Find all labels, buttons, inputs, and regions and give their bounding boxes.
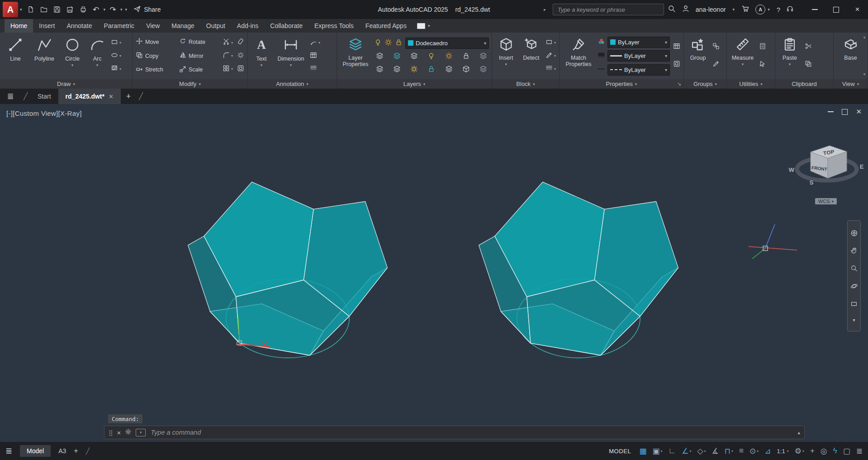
panel-view-footer[interactable]: View▾ [834,79,868,89]
block-attributes-button[interactable]: ▾ [544,64,557,73]
viewport-restore-icon[interactable] [842,109,848,115]
pan-icon[interactable] [850,247,858,256]
create-block-button[interactable]: ▾ [544,38,557,47]
transparency-button[interactable] [672,60,682,69]
layer-tool-icon[interactable] [393,52,401,62]
user-menu-caret-icon[interactable]: ▾ [733,7,735,12]
recent-commands-icon[interactable]: ▾ [136,429,146,436]
insert-button[interactable]: Insert ▾ [494,34,518,78]
layer-tool-icon[interactable] [427,52,435,62]
support-icon[interactable] [786,5,794,14]
new-drawing-icon[interactable] [25,4,37,16]
ungroup-button[interactable] [711,43,721,52]
layer-dropdown[interactable]: Dodecaedro ▾ [405,38,489,49]
search-input[interactable] [557,6,660,14]
quick-select-button[interactable] [758,60,768,69]
undo-caret-icon[interactable]: ▾ [104,7,106,12]
search-icon[interactable] [668,5,676,14]
layer-tool-icon[interactable] [479,65,487,75]
panel-block-footer[interactable]: Block▾ [492,79,559,89]
layer-tool-icon[interactable] [462,65,470,75]
base-button[interactable]: Base [838,34,863,78]
trim-button[interactable]: ▾ [221,38,234,47]
wcs-button[interactable]: WCS▾ [815,198,837,204]
lineweight-dropdown[interactable]: ByLayer▾ [607,50,670,62]
measure-button[interactable]: Measure ▾ [729,34,757,78]
qat-customize-caret-icon[interactable]: ▾ [125,7,128,12]
layer-tool-icon[interactable] [445,65,453,75]
layer-properties-button[interactable]: Layer Properties [339,34,372,78]
ellipse-button[interactable]: ▾ [109,52,123,61]
line-button[interactable]: Line [2,34,29,78]
tab-manage[interactable]: Manage [166,19,200,33]
fillet-button[interactable]: ▾ [221,52,234,61]
navbar-menu-caret-icon[interactable]: ▾ [853,318,855,322]
layer-freeze-icon[interactable] [384,38,392,48]
command-drag-handle-icon[interactable]: ⣿ [109,429,113,436]
tab-annotate[interactable]: Annotate [61,19,98,33]
tab-output[interactable]: Output [200,19,231,33]
properties-launcher-icon[interactable]: ↘ [677,81,681,87]
layer-tool-icon[interactable] [410,65,418,75]
tab-collaborate[interactable]: Collaborate [264,19,308,33]
tab-parametric[interactable]: Parametric [98,19,140,33]
explode-button[interactable] [236,52,246,61]
viewport-close-icon[interactable]: ✕ [856,108,862,116]
command-close-icon[interactable]: × [117,429,121,436]
performance-toggle[interactable]: ϟ [833,446,837,455]
offset-button[interactable] [236,65,246,74]
new-tab-button[interactable]: + [121,89,136,104]
layout-menu-icon[interactable]: ≣ [5,446,12,456]
tab-view[interactable]: View [140,19,166,33]
match-properties-button[interactable]: Match Properties [561,34,596,78]
panel-clipboard-footer[interactable]: Clipboard [775,79,833,89]
osnap-3d-toggle[interactable]: ⊙▾ [749,446,759,456]
move-button[interactable]: Move [134,36,176,48]
model-tab[interactable]: Model [20,445,51,457]
ribbon-scroll-icons[interactable]: ▾▾ [862,33,867,79]
detect-button[interactable]: Detect [519,34,543,78]
file-tabs-menu-icon[interactable]: ≣ [0,89,21,104]
full-navigation-wheel-icon[interactable] [850,229,858,239]
maximize-button[interactable] [825,0,847,19]
panel-utilities-footer[interactable]: Utilities▾ [727,79,775,89]
redo-icon[interactable]: ↷ [107,5,119,14]
drawing-canvas[interactable]: W S E TOP FRONT [0,104,868,442]
layer-tool-icon[interactable] [410,52,418,62]
text-button[interactable]: A Text ▾ [250,34,273,78]
viewcube-south-label[interactable]: S [810,179,814,186]
tab-express-tools[interactable]: Express Tools [308,19,360,33]
panel-draw-footer[interactable]: Draw▾ [0,79,132,89]
layer-tool-icon[interactable] [479,52,487,62]
model-space-button[interactable]: MODEL [609,448,631,455]
customize-toggle[interactable]: ≣ [856,446,863,456]
isolate-toggle[interactable]: ◎ [821,446,827,456]
model-viewport[interactable]: W S E TOP FRONT [-][Custom View][X-Ray] … [0,104,868,442]
share-button[interactable]: Share [133,5,161,14]
new-layout-button[interactable]: + [74,447,78,455]
table-button[interactable] [308,52,322,61]
polyline-button[interactable]: Polyline [30,34,59,78]
file-tab-start[interactable]: Start [30,89,58,104]
leader-button[interactable]: ▾ [308,38,322,47]
properties-list-button[interactable] [672,43,682,52]
object-color-icon[interactable] [598,38,605,47]
plus-toggle[interactable]: + [810,446,815,455]
panel-properties-footer[interactable]: Properties▾↘ [560,79,683,89]
polar-toggle[interactable]: ∠▾ [682,446,691,456]
panel-groups-footer[interactable]: Groups▾ [684,79,726,89]
scale-button[interactable]: Scale [178,64,220,76]
layer-tool-icon[interactable] [393,65,401,75]
autocad-logo-icon[interactable]: A [3,2,18,17]
linetype-list-icon[interactable] [598,65,605,75]
close-button[interactable]: × [847,0,868,19]
panel-annotation-footer[interactable]: Annotation▾ [248,79,337,89]
gear-toggle[interactable]: ⚙▾ [795,446,804,456]
layer-tool-icon[interactable] [376,65,384,75]
cut-button[interactable] [803,43,813,52]
layout-tab-a3[interactable]: A3 [58,447,66,455]
signed-in-user[interactable]: ana-leonor [696,6,726,13]
app-menu-caret-icon[interactable]: ▾ [20,7,22,12]
undo-icon[interactable]: ↶ [90,5,102,14]
group-button[interactable]: Group [686,34,710,78]
